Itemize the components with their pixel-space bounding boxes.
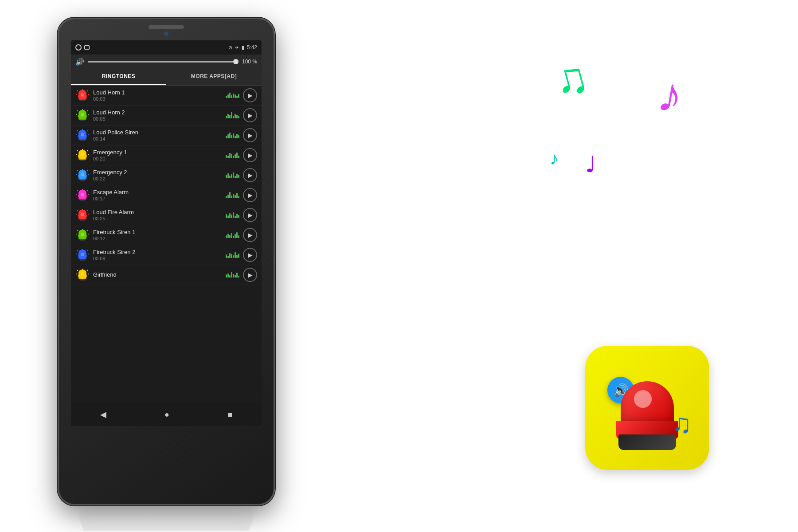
waveform-icon	[226, 133, 239, 138]
svg-point-69	[81, 213, 84, 216]
svg-line-75	[77, 230, 78, 231]
play-button[interactable]: ▶	[243, 108, 257, 122]
item-name: Loud Fire Alarm	[93, 209, 222, 215]
svg-rect-92	[78, 277, 86, 279]
tab-ringtones[interactable]: RINGTONES	[71, 69, 166, 85]
svg-point-99	[81, 273, 84, 276]
waveform-icon	[226, 212, 239, 218]
note-green: ♫	[548, 50, 593, 107]
svg-rect-13	[80, 120, 85, 121]
recent-button[interactable]: ■	[227, 410, 232, 419]
svg-line-56	[87, 190, 88, 191]
item-info: Firetruck Siren 100:12	[93, 229, 222, 241]
tablet-device: ⊘ ✈ ▮ 5:42 🔊 100 % RINGTONES MORE APPS[A…	[58, 18, 275, 505]
svg-line-26	[87, 130, 88, 131]
item-info: Firetruck Siren 200:09	[93, 249, 222, 261]
play-button[interactable]: ▶	[243, 88, 257, 102]
volume-track[interactable]	[88, 61, 239, 63]
svg-rect-3	[80, 100, 85, 101]
tab-more-apps[interactable]: MORE APPS[AD]	[166, 69, 262, 85]
svg-rect-2	[78, 98, 86, 100]
list-item: Firetruck Siren 200:09▶	[71, 245, 262, 265]
item-duration: 00:14	[93, 136, 222, 141]
svg-point-19	[81, 113, 84, 117]
siren-item-icon	[75, 249, 90, 261]
item-info: Loud Police Siren00:14	[93, 129, 222, 141]
app-icon-wrapper: 🔊 ♫	[585, 346, 718, 479]
svg-rect-63	[80, 219, 85, 221]
svg-line-16	[87, 110, 88, 111]
volume-percent: 100 %	[242, 59, 257, 65]
tablet-camera	[164, 31, 168, 36]
list-item: Loud Horn 100:03▶	[71, 86, 262, 106]
svg-line-66	[87, 210, 88, 211]
svg-rect-22	[78, 137, 86, 140]
back-button[interactable]: ◀	[100, 410, 106, 419]
svg-point-49	[81, 173, 84, 176]
svg-line-15	[77, 110, 78, 111]
note-pink: ♪	[653, 65, 687, 125]
item-duration: 00:12	[93, 236, 222, 241]
play-button[interactable]: ▶	[243, 208, 257, 222]
list-item: Girlfriend▶	[71, 265, 262, 285]
svg-line-95	[77, 270, 78, 271]
siren-stand	[618, 434, 676, 450]
svg-point-59	[81, 193, 84, 196]
note-purple: ♩	[585, 152, 596, 177]
svg-point-79	[81, 233, 84, 236]
item-name: Emergency 2	[93, 169, 222, 176]
svg-rect-62	[78, 217, 86, 219]
svg-line-86	[87, 250, 88, 251]
svg-point-9	[81, 93, 84, 97]
app-icon-background[interactable]: 🔊 ♫	[585, 346, 709, 470]
right-decorations: ♫ ♪ ♪ ♩ 🔊 ♫	[443, 27, 754, 514]
svg-rect-93	[80, 279, 85, 281]
item-info: Loud Horn 200:05	[93, 109, 222, 121]
item-duration: 00:17	[93, 196, 222, 201]
svg-point-89	[81, 253, 84, 256]
play-button[interactable]: ▶	[243, 268, 257, 282]
item-duration: 00:03	[93, 96, 222, 102]
volume-bar: 🔊 100 %	[71, 55, 262, 69]
status-icon-2	[84, 45, 90, 50]
home-button[interactable]: ●	[164, 410, 169, 419]
svg-rect-42	[78, 177, 86, 180]
svg-rect-73	[80, 239, 85, 241]
item-duration: 00:09	[93, 256, 222, 261]
airplane-icon: ✈	[235, 45, 239, 51]
item-duration: 00:05	[93, 116, 222, 121]
volume-fill	[88, 61, 239, 63]
svg-line-36	[87, 150, 88, 151]
ringtone-list: Loud Horn 100:03▶ Loud Horn 200:05▶ Loud…	[71, 86, 262, 403]
play-button[interactable]: ▶	[243, 228, 257, 242]
waveform-icon	[226, 112, 239, 118]
svg-line-25	[77, 130, 78, 131]
item-info: Loud Fire Alarm00:25	[93, 209, 222, 221]
svg-rect-83	[80, 259, 85, 261]
play-button[interactable]: ▶	[243, 128, 257, 142]
play-button[interactable]: ▶	[243, 168, 257, 182]
nav-bar: ◀ ● ■	[71, 403, 262, 426]
waveform-icon	[226, 272, 239, 278]
item-name: Firetruck Siren 2	[93, 249, 222, 255]
svg-line-96	[87, 270, 88, 271]
svg-rect-72	[78, 237, 86, 239]
play-button[interactable]: ▶	[243, 188, 257, 202]
status-left-icons	[75, 44, 90, 51]
svg-rect-43	[80, 180, 85, 181]
siren-item-icon	[75, 169, 90, 181]
item-name: Girlfriend	[93, 271, 222, 278]
svg-line-55	[77, 190, 78, 191]
svg-point-29	[81, 133, 84, 137]
item-name: Firetruck Siren 1	[93, 229, 222, 235]
status-time: 5:42	[247, 44, 257, 51]
play-button[interactable]: ▶	[243, 148, 257, 162]
svg-rect-12	[78, 117, 86, 120]
siren-item-icon	[75, 189, 90, 201]
status-bar: ⊘ ✈ ▮ 5:42	[71, 40, 262, 55]
play-button[interactable]: ▶	[243, 248, 257, 262]
waveform-icon	[226, 93, 239, 98]
siren-item-icon	[75, 89, 90, 102]
waveform-icon	[226, 153, 239, 158]
item-name: Loud Horn 1	[93, 89, 222, 96]
